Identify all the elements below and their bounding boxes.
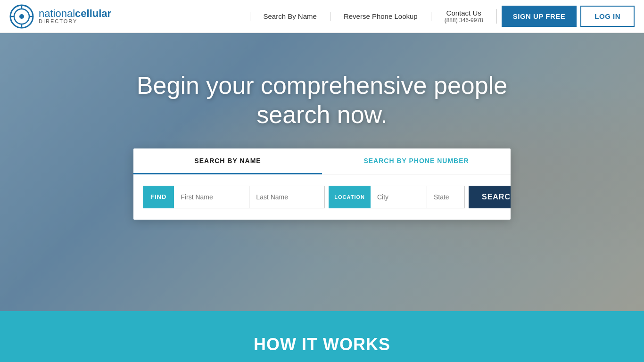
last-name-input[interactable] bbox=[249, 186, 325, 208]
header: nationalcellular DIRECTORY Search By Nam… bbox=[0, 0, 644, 33]
login-button[interactable]: LOG IN bbox=[580, 6, 635, 27]
contact-us-label: Contact Us bbox=[445, 9, 483, 17]
tab-search-by-name[interactable]: SEARCH BY NAME bbox=[133, 148, 322, 174]
first-name-input[interactable] bbox=[174, 186, 249, 208]
hero-section: Begin your comprehensive people search n… bbox=[0, 33, 644, 311]
svg-point-2 bbox=[19, 14, 24, 19]
search-button[interactable]: SEARCH bbox=[469, 186, 511, 208]
hero-content: Begin your comprehensive people search n… bbox=[0, 33, 644, 220]
main-nav: Search By Name Reverse Phone Lookup Cont… bbox=[250, 6, 635, 27]
find-label: FIND bbox=[143, 186, 174, 208]
state-input[interactable] bbox=[427, 186, 465, 208]
logo-text: nationalcellular DIRECTORY bbox=[39, 8, 111, 24]
logo-icon bbox=[9, 4, 34, 29]
location-label: LOCATION bbox=[329, 186, 371, 208]
logo[interactable]: nationalcellular DIRECTORY bbox=[9, 4, 111, 29]
nav-contact[interactable]: Contact Us (888) 346-9978 bbox=[431, 9, 497, 24]
logo-national: national bbox=[39, 8, 75, 19]
search-box: SEARCH BY NAME SEARCH BY PHONE NUMBER FI… bbox=[133, 148, 511, 220]
search-tabs: SEARCH BY NAME SEARCH BY PHONE NUMBER bbox=[133, 148, 511, 174]
logo-cellular: cellular bbox=[75, 8, 111, 19]
how-it-works-section: HOW IT WORKS Our cell phone directory is… bbox=[0, 311, 644, 362]
hero-title: Begin your comprehensive people search n… bbox=[137, 71, 507, 130]
tab-search-by-phone[interactable]: SEARCH BY PHONE NUMBER bbox=[322, 148, 511, 174]
logo-subdirectory: DIRECTORY bbox=[39, 19, 111, 24]
signup-button[interactable]: SIGN UP FREE bbox=[502, 6, 577, 27]
hero-title-line1: Begin your comprehensive people bbox=[137, 72, 507, 99]
logo-brand: nationalcellular bbox=[39, 8, 111, 19]
search-form: FIND LOCATION SEARCH bbox=[133, 174, 511, 220]
nav-reverse-phone[interactable]: Reverse Phone Lookup bbox=[330, 12, 431, 21]
how-it-works-title: HOW IT WORKS bbox=[9, 335, 635, 354]
nav-search-by-name[interactable]: Search By Name bbox=[250, 12, 330, 21]
hero-title-line2: search now. bbox=[256, 101, 388, 128]
city-input[interactable] bbox=[371, 186, 427, 208]
contact-phone: (888) 346-9978 bbox=[445, 17, 483, 24]
